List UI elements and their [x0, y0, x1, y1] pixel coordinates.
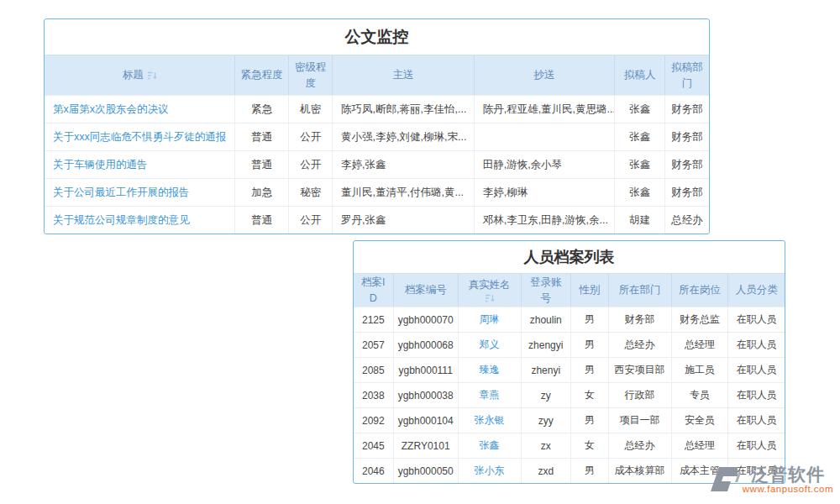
col-header-category: 人员分类 — [728, 274, 785, 307]
person-row: 2085 ygbh000111 臻逸 zhenyi 男 西安项目部 施工员 在职… — [354, 357, 785, 382]
doc-drafter-cell: 胡建 — [615, 207, 665, 234]
col-header-account: 登录账号 — [522, 274, 572, 307]
col-header-gender-label: 性别 — [579, 282, 600, 297]
person-id-cell: 2045 — [354, 433, 394, 458]
person-gender-cell: 男 — [571, 358, 609, 382]
col-header-drafter-label: 拟稿人 — [624, 67, 656, 82]
col-header-archive-code-label: 档案编号 — [405, 282, 447, 297]
person-id-cell: 2046 — [354, 459, 394, 483]
person-code-cell: ygbh000104 — [394, 408, 459, 433]
doc-cc-cell: 李婷,柳琳 — [475, 179, 616, 206]
person-category-cell: 在职人员 — [728, 383, 785, 407]
col-header-doc-title[interactable]: 标题 — [45, 55, 235, 95]
person-name-link[interactable]: 张鑫 — [459, 433, 522, 458]
col-header-security: 密级程度 — [289, 55, 333, 95]
person-name-link[interactable]: 章燕 — [459, 383, 522, 407]
doc-title-link[interactable]: 关于车辆使用的通告 — [45, 151, 235, 178]
col-header-archive-code: 档案编号 — [394, 274, 459, 307]
watermark-text: 泛普软件 www.fanpusoft.com — [743, 465, 833, 496]
doc-row: 关于规范公司规章制度的意见 普通 公开 罗丹,张鑫 邓林,李卫东,田静,游恢,余… — [45, 206, 709, 234]
col-header-cc: 抄送 — [475, 55, 616, 95]
personnel-panel: 人员档案列表 档案ID 档案编号 真实姓名 登录账号 性别 所在部门 所在岗位 … — [353, 240, 785, 484]
doc-dept-cell: 财务部 — [665, 151, 709, 178]
col-header-archive-id: 档案ID — [354, 274, 394, 307]
col-header-post: 所在岗位 — [672, 274, 729, 307]
doc-urgency-cell: 普通 — [235, 207, 289, 234]
doc-urgency-cell: 普通 — [235, 151, 289, 178]
person-gender-cell: 男 — [571, 307, 609, 332]
doc-to-cell: 黄小强,李婷,刘健,柳琳,宋... — [333, 123, 475, 150]
person-name-link[interactable]: 臻逸 — [459, 358, 522, 382]
doc-drafter-cell: 张鑫 — [615, 179, 665, 206]
person-code-cell: ygbh000050 — [394, 459, 459, 483]
person-post-cell: 财务总监 — [672, 307, 729, 332]
person-category-cell: 在职人员 — [728, 408, 785, 433]
doc-dept-cell: 总经办 — [665, 207, 709, 234]
person-gender-cell: 男 — [571, 333, 609, 357]
person-gender-cell: 男 — [571, 459, 609, 483]
person-id-cell: 2085 — [354, 358, 394, 382]
person-account-cell: zhengyi — [522, 333, 572, 357]
doc-title-link[interactable]: 第x届第x次股东会的决议 — [45, 96, 235, 123]
doc-dept-cell: 财务部 — [665, 96, 709, 123]
doc-security-cell: 公开 — [289, 123, 333, 150]
person-row: 2092 ygbh000104 张永银 zyy 男 项目一部 安全员 在职人员 — [354, 407, 785, 433]
person-name-link[interactable]: 张永银 — [459, 408, 522, 433]
doc-urgency-cell: 普通 — [235, 123, 289, 150]
sort-icon — [485, 293, 495, 303]
doc-urgency-cell: 加急 — [235, 179, 289, 206]
person-name-link[interactable]: 张小东 — [459, 459, 522, 483]
doc-title-link[interactable]: 关于xxx同志临危不惧勇斗歹徒的通报 — [45, 123, 235, 150]
doc-title-link[interactable]: 关于规范公司规章制度的意见 — [45, 207, 235, 234]
person-account-cell: zx — [522, 433, 572, 458]
person-account-cell: zxd — [522, 459, 572, 483]
col-header-doc-title-label: 标题 — [123, 67, 144, 82]
person-id-cell: 2057 — [354, 333, 394, 357]
doc-dept-cell: 财务部 — [665, 123, 709, 150]
person-row: 2038 ygbh000038 章燕 zy 女 行政部 专员 在职人员 — [354, 382, 785, 407]
person-code-cell: ygbh000070 — [394, 307, 459, 332]
doc-cc-cell — [475, 123, 616, 150]
col-header-real-name[interactable]: 真实姓名 — [459, 274, 522, 307]
person-dept-cell: 西安项目部 — [609, 358, 672, 382]
person-dept-cell: 项目一部 — [609, 408, 672, 433]
person-account-cell: zy — [522, 383, 572, 407]
person-post-cell: 总经理 — [672, 333, 729, 357]
col-header-to: 主送 — [333, 55, 475, 95]
col-header-security-label: 密级程度 — [294, 60, 327, 90]
person-account-cell: zhenyi — [522, 358, 572, 382]
person-post-cell: 施工员 — [672, 358, 729, 382]
person-code-cell: ygbh000038 — [394, 383, 459, 407]
person-row: 2045 ZZRY0101 张鑫 zx 女 总经办 总经理 在职人员 — [354, 433, 785, 458]
col-header-urgency: 紧急程度 — [235, 55, 289, 95]
person-name-link[interactable]: 周琳 — [459, 307, 522, 332]
doc-drafter-cell: 张鑫 — [615, 151, 665, 178]
doc-drafter-cell: 张鑫 — [615, 123, 665, 150]
person-dept-cell: 行政部 — [609, 383, 672, 407]
doc-cc-cell: 邓林,李卫东,田静,游恢,余... — [475, 207, 616, 234]
person-dept-cell: 总经办 — [609, 333, 672, 357]
doc-security-cell: 公开 — [289, 207, 333, 234]
col-header-draft-dept-label: 拟稿部门 — [670, 60, 704, 90]
person-post-cell: 安全员 — [672, 408, 729, 433]
fanpu-logo-icon — [707, 465, 741, 494]
person-code-cell: ZZRY0101 — [394, 433, 459, 458]
fanpu-watermark: 泛普软件 www.fanpusoft.com — [707, 465, 833, 496]
doc-row: 关于车辆使用的通告 普通 公开 李婷,张鑫 田静,游恢,余小琴 张鑫 财务部 — [45, 150, 709, 178]
col-header-urgency-label: 紧急程度 — [241, 67, 283, 82]
doc-monitor-header-row: 标题 紧急程度 密级程度 主送 抄送 拟稿人 拟稿部门 — [45, 55, 709, 95]
person-id-cell: 2038 — [354, 383, 394, 407]
col-header-to-label: 主送 — [392, 67, 413, 82]
doc-title-link[interactable]: 关于公司最近工作开展的报告 — [45, 179, 235, 206]
person-category-cell: 在职人员 — [728, 358, 785, 382]
doc-row: 第x届第x次股东会的决议 紧急 机密 陈巧凤,断郎,蒋丽,李佳怡,... 陈丹,… — [45, 95, 709, 123]
col-header-cc-label: 抄送 — [533, 67, 554, 82]
personnel-title: 人员档案列表 — [354, 241, 785, 273]
doc-to-cell: 罗丹,张鑫 — [333, 207, 475, 234]
personnel-header-row: 档案ID 档案编号 真实姓名 登录账号 性别 所在部门 所在岗位 人员分类 — [354, 273, 785, 307]
doc-monitor-panel: 公文监控 标题 紧急程度 密级程度 主送 抄送 拟稿人 拟稿部门 第x届第x次股… — [44, 18, 710, 234]
person-dept-cell: 总经办 — [609, 433, 672, 458]
person-name-link[interactable]: 郑义 — [459, 333, 522, 357]
col-header-category-label: 人员分类 — [736, 282, 778, 297]
doc-cc-cell: 陈丹,程亚雄,董川民,黄思璐... — [475, 96, 616, 123]
